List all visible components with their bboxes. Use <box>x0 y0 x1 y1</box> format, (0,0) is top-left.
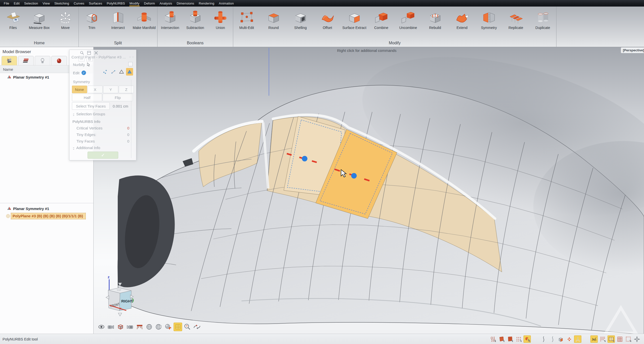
scatter-points-icon[interactable] <box>524 335 531 343</box>
menu-item-polynurbs[interactable]: PolyNURBS <box>104 0 127 7</box>
tool-subtraction[interactable]: Subtraction <box>183 10 208 30</box>
tool-move[interactable]: Move <box>52 10 78 30</box>
layers-tab[interactable] <box>18 56 34 65</box>
tool-label: Shelling <box>294 26 307 30</box>
additional-info-label[interactable]: Additional Info <box>76 146 100 150</box>
tiny-faces-threshold-value[interactable]: 0.001 cm <box>113 104 128 108</box>
tool-rebuild[interactable]: Rebuild <box>422 10 449 30</box>
menu-item-selection[interactable]: Selection <box>22 0 40 7</box>
tool-label: Subtraction <box>186 26 204 30</box>
history-item-polyplane-3-b-b-b-b-b-1-1-1-[interactable]: PolyPlane #3 (B) (B) (B) (B) (B)/1/1/1 (… <box>0 212 93 220</box>
surface-select-icon[interactable] <box>498 335 505 343</box>
menu-item-sketching[interactable]: Sketching <box>52 0 71 7</box>
menu-item-analysis[interactable]: Analysis <box>157 0 174 7</box>
curve-snap-alt-icon[interactable] <box>548 335 556 343</box>
tool-union[interactable]: Union <box>208 10 233 30</box>
tool-trim[interactable]: Trim <box>79 10 105 30</box>
tool-symmetry[interactable]: Symmetry <box>475 10 502 30</box>
zyx-coords-icon[interactable]: zyx <box>590 335 598 343</box>
select-vertices-mode[interactable] <box>102 68 109 76</box>
apply-button[interactable]: ✓ <box>88 152 118 159</box>
grid-frame-icon[interactable] <box>616 335 623 343</box>
tool-make-manifold[interactable]: Make Manifold <box>131 10 157 30</box>
half-button[interactable]: Half <box>72 94 102 101</box>
projection-label[interactable]: [Perspective] <box>621 47 644 53</box>
tree-item-label: Planar Symmetry #1 <box>13 75 49 79</box>
nurbs-wave-icon[interactable] <box>489 335 497 343</box>
menu-item-file[interactable]: File <box>2 0 12 7</box>
symmetry-none-button[interactable]: None <box>72 86 87 93</box>
point-grid-icon[interactable] <box>515 335 522 343</box>
tool-duplicate[interactable]: Duplicate <box>529 10 556 30</box>
material-preview-icon[interactable] <box>164 323 173 331</box>
menu-item-edit[interactable]: Edit <box>12 0 22 7</box>
parts-tab[interactable] <box>2 56 17 65</box>
tool-offset[interactable]: Offset <box>314 10 341 30</box>
symmetry-z-button[interactable]: Z <box>119 86 134 93</box>
visibility-tab[interactable] <box>35 56 50 65</box>
vertex-flower-icon[interactable] <box>566 335 573 343</box>
curve-snap-icon[interactable] <box>540 335 547 343</box>
tool-surface-extract[interactable]: Surface Extract <box>341 10 368 30</box>
show-table-icon[interactable] <box>135 323 144 331</box>
combine-icon <box>373 10 389 25</box>
drag-handle[interactable]: ⁙⁙ <box>129 55 135 59</box>
tool-replicate[interactable]: Replicate <box>502 10 529 30</box>
tool-uncombine[interactable]: Uncombine <box>395 10 422 30</box>
visibility-eye-icon[interactable] <box>97 323 106 331</box>
edit-enabled-check-icon[interactable]: ✓ <box>82 71 86 75</box>
history-item-planar-symmetry-1[interactable]: Planar Symmetry #1 <box>0 205 93 212</box>
zoom-selection-icon[interactable] <box>183 323 192 331</box>
face-handle-dot[interactable] <box>302 156 307 161</box>
menu-item-rendering[interactable]: Rendering <box>196 0 217 7</box>
menubar: FileEditSelectionViewSketchingCurvesSurf… <box>0 0 644 7</box>
clip-box-icon[interactable] <box>116 323 125 331</box>
face-handle-dot[interactable] <box>351 173 357 179</box>
menu-item-dimensions[interactable]: Dimensions <box>174 0 196 7</box>
frame-select-icon[interactable] <box>625 335 632 343</box>
nurbify-checkbox[interactable] <box>128 62 133 66</box>
camera-view-icon[interactable] <box>107 323 115 331</box>
flip-button[interactable]: Flip <box>103 94 133 101</box>
menu-item-modify[interactable]: Modify <box>127 0 142 7</box>
menu-item-curves[interactable]: Curves <box>71 0 87 7</box>
environment-view-icon[interactable] <box>154 323 163 331</box>
delete-icon[interactable] <box>87 56 93 61</box>
select-edges-mode[interactable] <box>110 68 117 76</box>
tool-label: Multi-Edit <box>239 26 254 30</box>
surface-select-alt-icon[interactable] <box>506 335 514 343</box>
select-faces-mode[interactable] <box>118 68 125 76</box>
symmetry-x-button[interactable]: X <box>88 86 103 93</box>
tool-files[interactable]: Files <box>0 10 26 30</box>
tool-intersection[interactable]: Intersection <box>157 10 183 30</box>
tool-intersect[interactable]: Intersect <box>105 10 131 30</box>
select-faces-filled-mode[interactable] <box>126 68 133 76</box>
window-select-icon[interactable] <box>608 335 615 343</box>
tool-extend[interactable]: Extend <box>449 10 475 30</box>
compass-star-icon[interactable] <box>633 335 640 343</box>
selection-groups-label[interactable]: Selection Groups <box>76 112 105 116</box>
lattice-points-icon[interactable] <box>599 335 606 343</box>
symmetry-y-button[interactable]: Y <box>103 86 118 93</box>
tool-multi-edit[interactable]: Multi-Edit <box>233 10 260 30</box>
menu-item-view[interactable]: View <box>40 0 52 7</box>
axis-triad-icon[interactable] <box>574 335 581 343</box>
menu-item-deform[interactable]: Deform <box>142 0 157 7</box>
tool-label: Intersection <box>161 26 179 30</box>
tool-combine[interactable]: Combine <box>368 10 395 30</box>
tool-round[interactable]: Round <box>260 10 287 30</box>
flip-view-icon[interactable] <box>193 323 201 331</box>
grid-toggle-icon[interactable] <box>174 323 182 331</box>
symmetry-section-label: Symmetry <box>73 80 90 84</box>
cube-snap-icon[interactable] <box>557 335 564 343</box>
globe-view-icon[interactable] <box>145 323 153 331</box>
menu-item-surfaces[interactable]: Surfaces <box>87 0 104 7</box>
materials-tab[interactable] <box>51 56 67 65</box>
mouse-cursor <box>340 169 348 178</box>
tool-measure-box[interactable]: Measure Box <box>26 10 52 30</box>
camera-projection-icon[interactable] <box>126 323 134 331</box>
menu-item-animation[interactable]: Animation <box>217 0 236 7</box>
tool-shelling[interactable]: Shelling <box>287 10 314 30</box>
table-icon[interactable] <box>78 56 85 61</box>
select-tiny-faces-button[interactable]: Select Tiny Faces <box>72 102 110 110</box>
